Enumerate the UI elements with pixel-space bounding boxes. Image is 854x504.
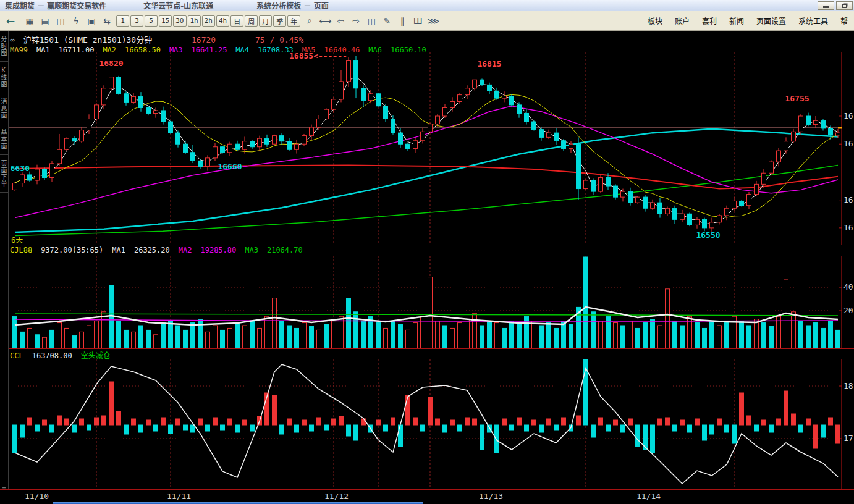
svg-text:16550: 16550 xyxy=(696,230,720,240)
svg-text:16: 16 xyxy=(843,139,853,148)
toolbar-right-group: ⌕⟷⇦⇨◫✎∥Ш⋙ xyxy=(303,14,440,28)
restore-icon xyxy=(842,4,847,8)
minimize-button[interactable] xyxy=(818,1,834,10)
titlebar-template-label: 系统分析模板 － 页面 xyxy=(256,0,328,10)
period-button-5[interactable]: 5 xyxy=(145,15,158,27)
indicator-segment: CJL88 xyxy=(10,246,32,254)
sidebar-tab-页面下单[interactable]: 页面下单 xyxy=(0,155,8,193)
minimize-icon xyxy=(823,6,829,8)
svg-text:16820: 16820 xyxy=(99,59,123,68)
symbol-title: 沪锌1501 (SHME zn1501)30分钟 xyxy=(23,35,153,44)
ruler-icon[interactable]: Ш xyxy=(411,14,425,28)
chart-header-row: ∞ 沪锌1501 (SHME zn1501)30分钟 16720 75 / 0.… xyxy=(10,33,303,45)
link-icon: ∞ xyxy=(10,35,15,44)
period-button-3[interactable]: 3 xyxy=(130,15,143,27)
lightning-icon[interactable]: ϟ xyxy=(69,14,83,28)
bottom-progress-strip xyxy=(53,502,423,504)
period-button-2h[interactable]: 2h xyxy=(202,15,215,27)
period-button-4h[interactable]: 4h xyxy=(216,15,229,27)
measure-icon[interactable]: ⟷ xyxy=(318,14,332,28)
svg-text:16755: 16755 xyxy=(785,94,809,103)
indicator-segment: 空头减仓 xyxy=(81,351,111,360)
ccl-panel-header: CCL163708.00空头减仓 xyxy=(10,350,119,360)
ma-segment: MA1 xyxy=(36,46,50,54)
sidebar-tab-分时图[interactable]: 分时图 xyxy=(0,31,8,62)
toolbar-menu: 板块账户套利新闻页面设置系统工具帮 xyxy=(648,15,850,26)
quote-table-icon[interactable]: ▦ xyxy=(23,14,36,28)
ma-segment: MA3 xyxy=(169,46,183,54)
svg-text:20: 20 xyxy=(843,306,853,315)
sidebar-tab-消息面[interactable]: 消息面 xyxy=(0,93,8,124)
date-label: 11/13 xyxy=(479,492,503,501)
ma-segment: MA2 xyxy=(103,46,116,54)
ma-segment: 16641.25 xyxy=(192,46,227,54)
menu-item-板块[interactable]: 板块 xyxy=(648,15,662,26)
period-button-30[interactable]: 30 xyxy=(173,15,186,27)
indicator-segment: 9372.00(35:65) xyxy=(41,246,103,254)
back-icon[interactable]: ← xyxy=(4,14,17,28)
save-icon[interactable]: ▣ xyxy=(85,14,98,28)
refresh-icon[interactable]: ⇆ xyxy=(100,14,114,28)
period-button-1[interactable]: 1 xyxy=(116,15,129,27)
ma-segment: MA4 xyxy=(235,46,249,54)
indicator-segment: CCL xyxy=(10,351,23,360)
left-sidebar: 分时图K线图消息面基本面页面下单 ≡× xyxy=(0,31,9,504)
window-titlebar[interactable]: 集成期货 － 赢顺期货交易软件 文华云节点-山东联通 系统分析模板 － 页面 xyxy=(0,0,854,11)
svg-text:17: 17 xyxy=(843,434,853,443)
period-button-季[interactable]: 季 xyxy=(273,15,286,27)
svg-text:18: 18 xyxy=(843,381,853,390)
ma-segment: MA5 xyxy=(302,46,316,54)
date-label: 11/11 xyxy=(167,492,191,501)
ma-segment: 16658.50 xyxy=(125,46,161,54)
svg-text:16: 16 xyxy=(843,195,853,204)
line-chart-icon[interactable]: ▤ xyxy=(38,14,52,28)
period-button-月[interactable]: 月 xyxy=(259,15,272,27)
ccl-chart-canvas[interactable]: 1817 xyxy=(9,359,854,489)
period-button-15[interactable]: 15 xyxy=(159,15,172,27)
prev-page-icon[interactable]: ⇦ xyxy=(334,14,347,28)
ma-segment: 16640.46 xyxy=(324,46,360,54)
price-change: 75 / 0.45% xyxy=(255,35,303,44)
titlebar-node-label: 文华云节点-山东联通 xyxy=(143,0,213,10)
period-button-周[interactable]: 周 xyxy=(245,15,258,27)
main-chart-canvas[interactable]: 161616161682016855<------168151675566301… xyxy=(9,52,854,245)
period-button-年[interactable]: 年 xyxy=(287,15,300,27)
parallel-lines-icon[interactable]: ∥ xyxy=(395,14,409,28)
sidebar-tab-基本面[interactable]: 基本面 xyxy=(0,124,8,155)
trading-app-window: { "titlebar": { "title": "集成期货 － 赢顺期货交易软… xyxy=(0,0,854,504)
menu-item-帮[interactable]: 帮 xyxy=(840,15,848,26)
restore-button[interactable] xyxy=(836,1,853,10)
menu-item-新闻[interactable]: 新闻 xyxy=(729,15,744,26)
search-icon[interactable]: ⌕ xyxy=(303,14,316,28)
indicator-segment: MA3 xyxy=(245,246,258,254)
indicator-segment: 26325.20 xyxy=(134,246,170,254)
ma-segment: 16711.00 xyxy=(59,46,95,54)
indicator-segment: 163708.00 xyxy=(32,351,72,360)
svg-text:40: 40 xyxy=(843,282,853,292)
sidebar-tab-K线图[interactable]: K线图 xyxy=(0,62,8,93)
menu-item-页面设置[interactable]: 页面设置 xyxy=(756,15,786,26)
period-button-1h[interactable]: 1h xyxy=(188,15,201,27)
svg-text:16815: 16815 xyxy=(477,59,501,69)
last-price: 16720 xyxy=(192,35,216,44)
svg-text:6630: 6630 xyxy=(11,164,30,173)
indicator-segment: MA1 xyxy=(112,246,125,254)
svg-text:16: 16 xyxy=(843,223,853,232)
next-page-icon[interactable]: ⇨ xyxy=(349,14,363,28)
period-button-group: 13515301h2h4h日周月季年 xyxy=(116,15,301,27)
menu-item-套利[interactable]: 套利 xyxy=(702,15,717,26)
date-label: 11/14 xyxy=(636,492,661,501)
split-view-icon[interactable]: ◫ xyxy=(365,14,378,28)
volume-chart-canvas[interactable]: 4020 xyxy=(9,256,854,348)
window-title: 集成期货 － 赢顺期货交易软件 xyxy=(5,0,106,10)
candlestick-chart-icon[interactable]: ◫ xyxy=(54,14,67,28)
ma-segment: MA99 xyxy=(10,46,28,54)
more-tools-icon[interactable]: ⋙ xyxy=(426,14,440,28)
menu-item-系统工具[interactable]: 系统工具 xyxy=(798,15,828,26)
ma-segment: 16708.33 xyxy=(258,46,294,54)
svg-text:16: 16 xyxy=(843,111,853,120)
period-button-日[interactable]: 日 xyxy=(230,15,243,27)
date-label: 11/10 xyxy=(25,492,49,501)
menu-item-账户[interactable]: 账户 xyxy=(675,15,690,26)
draw-line-icon[interactable]: ✎ xyxy=(380,14,394,28)
